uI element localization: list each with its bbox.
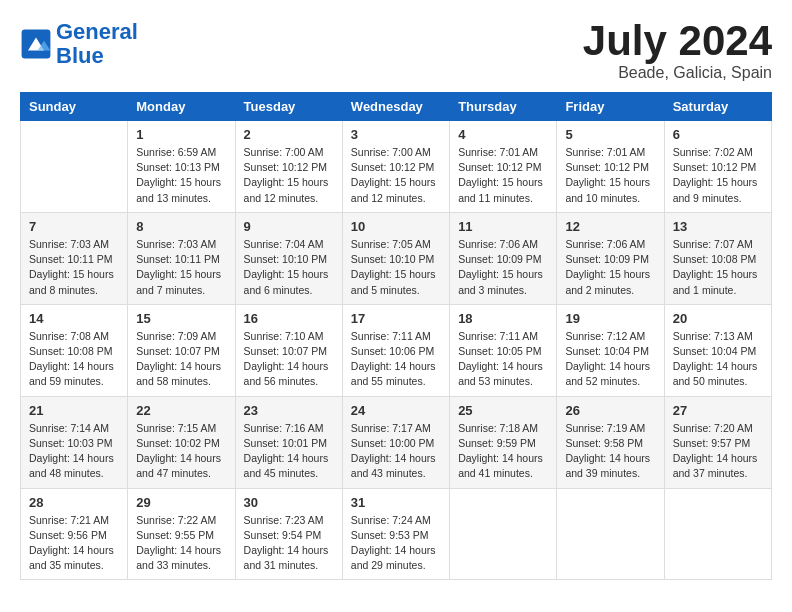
- day-number: 21: [29, 403, 119, 418]
- calendar-cell: 25Sunrise: 7:18 AM Sunset: 9:59 PM Dayli…: [450, 396, 557, 488]
- calendar-cell: 24Sunrise: 7:17 AM Sunset: 10:00 PM Dayl…: [342, 396, 449, 488]
- calendar-cell: 17Sunrise: 7:11 AM Sunset: 10:06 PM Dayl…: [342, 304, 449, 396]
- calendar-cell: 16Sunrise: 7:10 AM Sunset: 10:07 PM Dayl…: [235, 304, 342, 396]
- day-info: Sunrise: 7:08 AM Sunset: 10:08 PM Daylig…: [29, 329, 119, 390]
- calendar-cell: 23Sunrise: 7:16 AM Sunset: 10:01 PM Dayl…: [235, 396, 342, 488]
- calendar-cell: [450, 488, 557, 580]
- day-number: 8: [136, 219, 226, 234]
- day-number: 26: [565, 403, 655, 418]
- day-number: 15: [136, 311, 226, 326]
- calendar-cell: 5Sunrise: 7:01 AM Sunset: 10:12 PM Dayli…: [557, 121, 664, 213]
- day-info: Sunrise: 7:18 AM Sunset: 9:59 PM Dayligh…: [458, 421, 548, 482]
- location-subtitle: Beade, Galicia, Spain: [583, 64, 772, 82]
- calendar-table: SundayMondayTuesdayWednesdayThursdayFrid…: [20, 92, 772, 580]
- day-number: 5: [565, 127, 655, 142]
- day-info: Sunrise: 7:06 AM Sunset: 10:09 PM Daylig…: [565, 237, 655, 298]
- day-number: 25: [458, 403, 548, 418]
- day-info: Sunrise: 7:06 AM Sunset: 10:09 PM Daylig…: [458, 237, 548, 298]
- column-headers-row: SundayMondayTuesdayWednesdayThursdayFrid…: [21, 93, 772, 121]
- calendar-cell: 14Sunrise: 7:08 AM Sunset: 10:08 PM Dayl…: [21, 304, 128, 396]
- day-number: 28: [29, 495, 119, 510]
- week-row-1: 1Sunrise: 6:59 AM Sunset: 10:13 PM Dayli…: [21, 121, 772, 213]
- day-number: 17: [351, 311, 441, 326]
- day-number: 4: [458, 127, 548, 142]
- day-info: Sunrise: 7:17 AM Sunset: 10:00 PM Daylig…: [351, 421, 441, 482]
- day-number: 10: [351, 219, 441, 234]
- calendar-cell: 20Sunrise: 7:13 AM Sunset: 10:04 PM Dayl…: [664, 304, 771, 396]
- week-row-5: 28Sunrise: 7:21 AM Sunset: 9:56 PM Dayli…: [21, 488, 772, 580]
- calendar-cell: 10Sunrise: 7:05 AM Sunset: 10:10 PM Dayl…: [342, 212, 449, 304]
- day-info: Sunrise: 7:00 AM Sunset: 10:12 PM Daylig…: [351, 145, 441, 206]
- col-header-tuesday: Tuesday: [235, 93, 342, 121]
- day-info: Sunrise: 7:11 AM Sunset: 10:06 PM Daylig…: [351, 329, 441, 390]
- day-info: Sunrise: 7:09 AM Sunset: 10:07 PM Daylig…: [136, 329, 226, 390]
- col-header-friday: Friday: [557, 93, 664, 121]
- calendar-cell: 2Sunrise: 7:00 AM Sunset: 10:12 PM Dayli…: [235, 121, 342, 213]
- calendar-cell: 19Sunrise: 7:12 AM Sunset: 10:04 PM Dayl…: [557, 304, 664, 396]
- calendar-cell: 13Sunrise: 7:07 AM Sunset: 10:08 PM Dayl…: [664, 212, 771, 304]
- calendar-cell: 18Sunrise: 7:11 AM Sunset: 10:05 PM Dayl…: [450, 304, 557, 396]
- calendar-cell: [21, 121, 128, 213]
- day-number: 24: [351, 403, 441, 418]
- day-number: 1: [136, 127, 226, 142]
- day-info: Sunrise: 7:20 AM Sunset: 9:57 PM Dayligh…: [673, 421, 763, 482]
- month-year-title: July 2024: [583, 20, 772, 62]
- calendar-cell: 21Sunrise: 7:14 AM Sunset: 10:03 PM Dayl…: [21, 396, 128, 488]
- calendar-cell: [557, 488, 664, 580]
- day-number: 9: [244, 219, 334, 234]
- day-number: 14: [29, 311, 119, 326]
- day-info: Sunrise: 7:19 AM Sunset: 9:58 PM Dayligh…: [565, 421, 655, 482]
- calendar-cell: 6Sunrise: 7:02 AM Sunset: 10:12 PM Dayli…: [664, 121, 771, 213]
- calendar-cell: 4Sunrise: 7:01 AM Sunset: 10:12 PM Dayli…: [450, 121, 557, 213]
- calendar-cell: 15Sunrise: 7:09 AM Sunset: 10:07 PM Dayl…: [128, 304, 235, 396]
- day-info: Sunrise: 7:05 AM Sunset: 10:10 PM Daylig…: [351, 237, 441, 298]
- col-header-saturday: Saturday: [664, 93, 771, 121]
- day-number: 27: [673, 403, 763, 418]
- day-info: Sunrise: 7:23 AM Sunset: 9:54 PM Dayligh…: [244, 513, 334, 574]
- day-number: 12: [565, 219, 655, 234]
- day-info: Sunrise: 7:14 AM Sunset: 10:03 PM Daylig…: [29, 421, 119, 482]
- calendar-cell: 1Sunrise: 6:59 AM Sunset: 10:13 PM Dayli…: [128, 121, 235, 213]
- calendar-cell: 3Sunrise: 7:00 AM Sunset: 10:12 PM Dayli…: [342, 121, 449, 213]
- logo: General Blue: [20, 20, 138, 68]
- day-info: Sunrise: 7:04 AM Sunset: 10:10 PM Daylig…: [244, 237, 334, 298]
- week-row-4: 21Sunrise: 7:14 AM Sunset: 10:03 PM Dayl…: [21, 396, 772, 488]
- day-number: 13: [673, 219, 763, 234]
- day-number: 30: [244, 495, 334, 510]
- calendar-cell: 26Sunrise: 7:19 AM Sunset: 9:58 PM Dayli…: [557, 396, 664, 488]
- day-info: Sunrise: 7:16 AM Sunset: 10:01 PM Daylig…: [244, 421, 334, 482]
- calendar-cell: 31Sunrise: 7:24 AM Sunset: 9:53 PM Dayli…: [342, 488, 449, 580]
- day-info: Sunrise: 7:22 AM Sunset: 9:55 PM Dayligh…: [136, 513, 226, 574]
- day-info: Sunrise: 7:12 AM Sunset: 10:04 PM Daylig…: [565, 329, 655, 390]
- calendar-cell: 7Sunrise: 7:03 AM Sunset: 10:11 PM Dayli…: [21, 212, 128, 304]
- day-info: Sunrise: 7:07 AM Sunset: 10:08 PM Daylig…: [673, 237, 763, 298]
- day-number: 11: [458, 219, 548, 234]
- page-header: General Blue July 2024 Beade, Galicia, S…: [20, 20, 772, 82]
- day-info: Sunrise: 7:11 AM Sunset: 10:05 PM Daylig…: [458, 329, 548, 390]
- day-info: Sunrise: 7:03 AM Sunset: 10:11 PM Daylig…: [136, 237, 226, 298]
- calendar-cell: 28Sunrise: 7:21 AM Sunset: 9:56 PM Dayli…: [21, 488, 128, 580]
- day-info: Sunrise: 7:00 AM Sunset: 10:12 PM Daylig…: [244, 145, 334, 206]
- col-header-sunday: Sunday: [21, 93, 128, 121]
- day-number: 29: [136, 495, 226, 510]
- logo-icon: [20, 28, 52, 60]
- day-info: Sunrise: 7:01 AM Sunset: 10:12 PM Daylig…: [458, 145, 548, 206]
- day-info: Sunrise: 7:13 AM Sunset: 10:04 PM Daylig…: [673, 329, 763, 390]
- logo-text: General Blue: [56, 20, 138, 68]
- day-number: 3: [351, 127, 441, 142]
- day-number: 7: [29, 219, 119, 234]
- calendar-cell: [664, 488, 771, 580]
- day-info: Sunrise: 7:02 AM Sunset: 10:12 PM Daylig…: [673, 145, 763, 206]
- calendar-body: 1Sunrise: 6:59 AM Sunset: 10:13 PM Dayli…: [21, 121, 772, 580]
- day-number: 23: [244, 403, 334, 418]
- day-info: Sunrise: 7:01 AM Sunset: 10:12 PM Daylig…: [565, 145, 655, 206]
- day-info: Sunrise: 7:10 AM Sunset: 10:07 PM Daylig…: [244, 329, 334, 390]
- day-number: 6: [673, 127, 763, 142]
- day-info: Sunrise: 7:21 AM Sunset: 9:56 PM Dayligh…: [29, 513, 119, 574]
- day-number: 22: [136, 403, 226, 418]
- day-info: Sunrise: 7:24 AM Sunset: 9:53 PM Dayligh…: [351, 513, 441, 574]
- col-header-monday: Monday: [128, 93, 235, 121]
- calendar-cell: 22Sunrise: 7:15 AM Sunset: 10:02 PM Dayl…: [128, 396, 235, 488]
- week-row-3: 14Sunrise: 7:08 AM Sunset: 10:08 PM Dayl…: [21, 304, 772, 396]
- day-info: Sunrise: 7:03 AM Sunset: 10:11 PM Daylig…: [29, 237, 119, 298]
